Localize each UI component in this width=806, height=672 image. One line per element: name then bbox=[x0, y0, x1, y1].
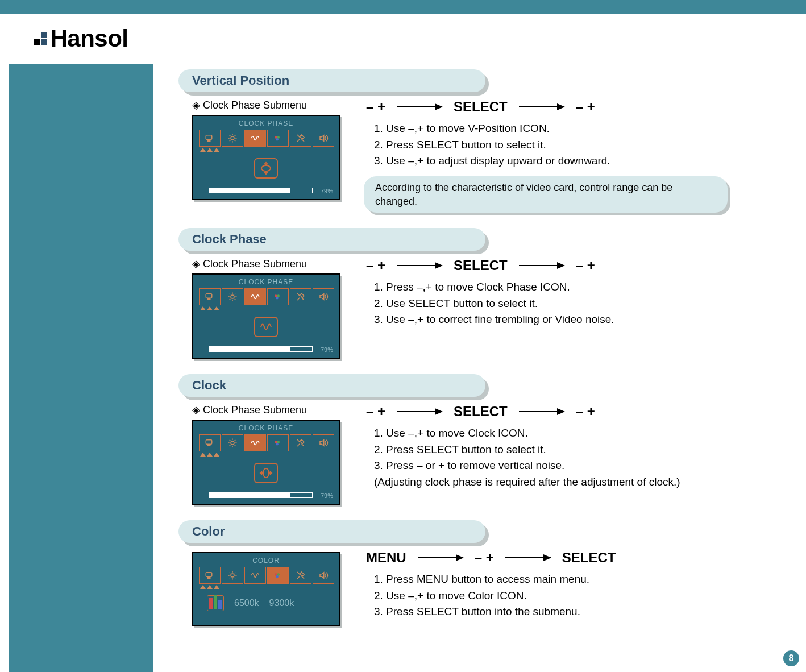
page-number: 8 bbox=[789, 653, 794, 663]
svg-rect-0 bbox=[206, 135, 212, 140]
osd-triangles bbox=[200, 585, 219, 589]
svg-rect-13 bbox=[206, 440, 212, 445]
flow-token-minus_plus: – + bbox=[576, 404, 595, 420]
osd-icon-row bbox=[199, 434, 334, 451]
flow-token-minus_plus: – + bbox=[475, 550, 494, 566]
svg-point-22 bbox=[231, 574, 234, 577]
section: Clock Phase Clock Phase Submenu CLOCK PH… bbox=[178, 228, 789, 367]
section-title: Clock Phase bbox=[178, 228, 485, 251]
osd-icon bbox=[222, 288, 243, 305]
note-text: According to the characteristic of video… bbox=[364, 176, 728, 213]
osd-icon bbox=[290, 434, 311, 451]
osd-icon bbox=[244, 130, 266, 147]
arrow-icon bbox=[397, 265, 442, 266]
page-heading: TFT-LCD 모니터 bbox=[171, 20, 378, 57]
osd-icon bbox=[244, 567, 266, 584]
arrow-icon bbox=[519, 411, 564, 412]
flow-row: – +SELECT– + bbox=[364, 258, 789, 273]
osd-icon bbox=[313, 130, 334, 147]
osd-title: CLOCK PHASE bbox=[193, 424, 339, 432]
steps-list: 1. Use –,+ to move V-Position ICON.2. Pr… bbox=[364, 121, 789, 169]
svg-point-18 bbox=[276, 443, 279, 446]
osd-icon bbox=[199, 434, 221, 451]
flow-row: MENU– +SELECT bbox=[364, 550, 789, 566]
section: Clock Clock Phase Submenu CLOCK PHASE 79… bbox=[178, 374, 789, 513]
step-line: 2. Press SELECT button to select it. bbox=[374, 442, 789, 458]
osd-triangles bbox=[200, 306, 219, 310]
color-option-a: 6500k bbox=[234, 598, 259, 608]
osd-icon bbox=[222, 567, 243, 584]
step-line: 2. Press SELECT button to select it. bbox=[374, 137, 789, 154]
section-title: Vertical Position bbox=[178, 69, 485, 92]
step-line: 1. Press MENU button to access main menu… bbox=[374, 571, 789, 588]
step-line: 1. Use –,+ to move Clock ICON. bbox=[374, 425, 789, 442]
svg-point-2 bbox=[231, 136, 234, 140]
flow-token-select: SELECT bbox=[562, 550, 616, 566]
osd-icon bbox=[267, 434, 289, 451]
steps-list: 1. Use –,+ to move Clock ICON.2. Press S… bbox=[364, 425, 789, 490]
arrow-icon bbox=[397, 411, 442, 412]
submenu-label: Clock Phase Submenu bbox=[192, 404, 346, 416]
brand-name: Hansol bbox=[50, 25, 128, 52]
svg-point-23 bbox=[275, 573, 277, 576]
osd-icon bbox=[267, 288, 289, 305]
flow-token-minus_plus: – + bbox=[576, 99, 595, 115]
section-title: Color bbox=[178, 520, 485, 543]
osd-icon bbox=[267, 567, 289, 584]
osd-color-row: 6500k 9300k bbox=[207, 595, 330, 611]
arrow-icon bbox=[397, 106, 442, 107]
arrow-icon bbox=[505, 557, 551, 558]
osd-icon bbox=[267, 130, 289, 147]
content-area: Vertical Position Clock Phase Submenu CL… bbox=[171, 64, 800, 672]
step-line: 1. Press –,+ to move Clock Phase ICON. bbox=[374, 279, 789, 296]
page-number-badge: 8 bbox=[783, 650, 799, 666]
section-divider bbox=[178, 367, 789, 367]
osd-screenshot: CLOCK PHASE 79% bbox=[192, 273, 340, 359]
osd-center-icon bbox=[254, 317, 278, 337]
svg-rect-7 bbox=[206, 294, 212, 298]
flow-row: – +SELECT– + bbox=[364, 99, 789, 115]
svg-rect-20 bbox=[206, 573, 212, 577]
flow-token-select: SELECT bbox=[454, 404, 508, 420]
osd-icon bbox=[313, 434, 334, 451]
svg-point-11 bbox=[277, 294, 280, 297]
osd-icon bbox=[222, 434, 243, 451]
svg-rect-1 bbox=[207, 140, 210, 142]
arrow-icon bbox=[519, 106, 564, 107]
osd-screenshot: CLOCK PHASE 79% bbox=[192, 420, 340, 505]
svg-point-25 bbox=[276, 575, 279, 578]
steps-list: 1. Press MENU button to access main menu… bbox=[364, 571, 789, 620]
osd-screenshot: CLOCK PHASE 79% bbox=[192, 115, 340, 200]
color-option-b: 9300k bbox=[269, 598, 294, 608]
osd-icon bbox=[199, 288, 221, 305]
section: Vertical Position Clock Phase Submenu CL… bbox=[178, 69, 789, 221]
svg-point-6 bbox=[261, 165, 271, 171]
osd-icon bbox=[290, 567, 311, 584]
osd-icon bbox=[199, 130, 221, 147]
osd-percent: 79% bbox=[321, 346, 333, 353]
osd-title: CLOCK PHASE bbox=[193, 278, 339, 286]
submenu-label: Clock Phase Submenu bbox=[192, 258, 346, 270]
osd-center-icon bbox=[254, 463, 278, 483]
section-title-wrap: Clock bbox=[178, 374, 485, 397]
flow-token-menu: MENU bbox=[366, 550, 406, 566]
step-line: 2. Use SELECT button to select it. bbox=[374, 296, 789, 312]
osd-icon bbox=[313, 288, 334, 305]
svg-point-15 bbox=[231, 441, 234, 445]
svg-point-5 bbox=[276, 138, 279, 141]
osd-screenshot: COLOR 6500k 9300k bbox=[192, 552, 340, 626]
osd-percent: 79% bbox=[321, 492, 333, 499]
osd-progress-bar bbox=[209, 492, 313, 498]
heading-underline bbox=[171, 57, 795, 57]
osd-icon bbox=[290, 130, 311, 147]
osd-title: COLOR bbox=[193, 557, 339, 565]
osd-center-icon bbox=[254, 158, 278, 179]
osd-icon bbox=[222, 130, 243, 147]
rgb-bars-icon bbox=[207, 595, 224, 611]
svg-point-16 bbox=[275, 441, 277, 443]
section-divider bbox=[178, 513, 789, 513]
section-divider bbox=[178, 221, 789, 221]
section-title-wrap: Color bbox=[178, 520, 485, 543]
flow-token-minus_plus: – + bbox=[366, 258, 385, 273]
heading-product: TFT-LCD bbox=[171, 23, 287, 53]
